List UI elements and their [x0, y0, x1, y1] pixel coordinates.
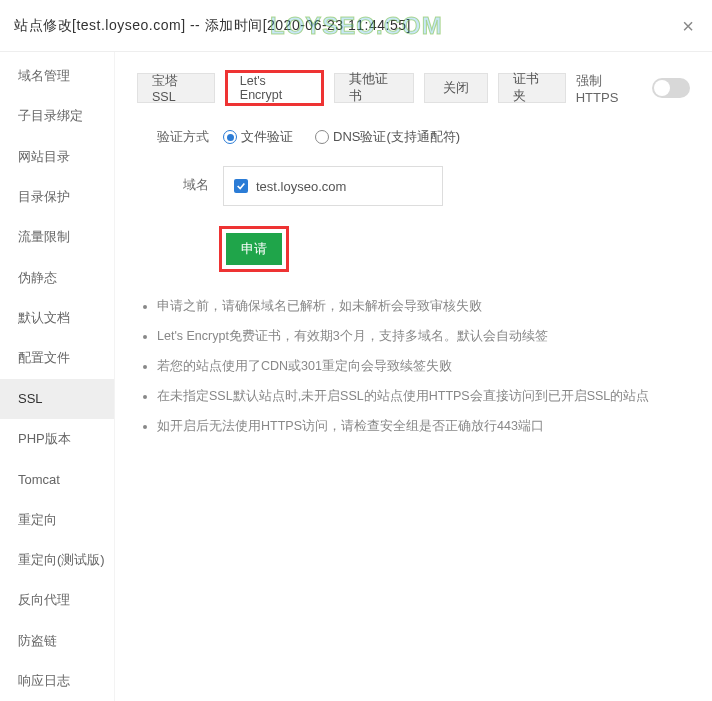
radio-label: DNS验证(支持通配符) [333, 128, 460, 146]
sidebar-item-config[interactable]: 配置文件 [0, 338, 114, 378]
sidebar-item-ssl[interactable]: SSL [0, 379, 114, 419]
ssl-panel: 宝塔SSL Let's Encrypt 其他证书 关闭 证书夹 强制HTTPS … [115, 52, 712, 701]
force-https-row: 强制HTTPS [576, 72, 690, 105]
modal-header: 站点修改[test.loyseo.com] -- 添加时间[2020-06-23… [0, 0, 712, 52]
sidebar-item-proxy[interactable]: 反向代理 [0, 580, 114, 620]
sidebar-item-default-doc[interactable]: 默认文档 [0, 298, 114, 338]
sidebar-item-dirprotect[interactable]: 目录保护 [0, 177, 114, 217]
radio-label: 文件验证 [241, 128, 293, 146]
verify-row: 验证方式 文件验证 DNS验证(支持通配符) [137, 128, 690, 146]
apply-highlight: 申请 [219, 226, 289, 272]
checkbox-icon[interactable] [234, 179, 248, 193]
tab-bt-ssl[interactable]: 宝塔SSL [137, 73, 215, 103]
note-item: 如开启后无法使用HTTPS访问，请检查安全组是否正确放行443端口 [157, 416, 690, 436]
apply-button[interactable]: 申请 [226, 233, 282, 265]
site-settings-modal: 站点修改[test.loyseo.com] -- 添加时间[2020-06-23… [0, 0, 712, 701]
sidebar-item-sitedir[interactable]: 网站目录 [0, 137, 114, 177]
domain-list[interactable]: test.loyseo.com [223, 166, 443, 206]
note-item: 若您的站点使用了CDN或301重定向会导致续签失败 [157, 356, 690, 376]
verify-label: 验证方式 [137, 128, 223, 146]
info-notes: 申请之前，请确保域名已解析，如未解析会导致审核失败 Let's Encrypt免… [137, 296, 690, 436]
domain-value: test.loyseo.com [256, 179, 346, 194]
tab-other-cert[interactable]: 其他证书 [334, 73, 414, 103]
radio-file-verify[interactable]: 文件验证 [223, 128, 293, 146]
sidebar-item-tomcat[interactable]: Tomcat [0, 459, 114, 499]
tab-close[interactable]: 关闭 [424, 73, 488, 103]
sidebar-item-redirect-beta[interactable]: 重定向(测试版) [0, 540, 114, 580]
sidebar-item-domain[interactable]: 域名管理 [0, 56, 114, 96]
close-icon[interactable]: × [682, 16, 694, 36]
sidebar-item-subdir[interactable]: 子目录绑定 [0, 96, 114, 136]
domain-row: 域名 test.loyseo.com [137, 166, 690, 206]
radio-icon [223, 130, 237, 144]
modal-body: 域名管理 子目录绑定 网站目录 目录保护 流量限制 伪静态 默认文档 配置文件 … [0, 52, 712, 701]
sidebar-item-php[interactable]: PHP版本 [0, 419, 114, 459]
force-https-toggle[interactable] [652, 78, 690, 98]
sidebar-item-redirect[interactable]: 重定向 [0, 499, 114, 539]
sidebar-item-traffic[interactable]: 流量限制 [0, 217, 114, 257]
radio-icon [315, 130, 329, 144]
verify-radio-group: 文件验证 DNS验证(支持通配符) [223, 128, 460, 146]
force-https-label: 强制HTTPS [576, 72, 642, 105]
note-item: 在未指定SSL默认站点时,未开启SSL的站点使用HTTPS会直接访问到已开启SS… [157, 386, 690, 406]
modal-title: 站点修改[test.loyseo.com] -- 添加时间[2020-06-23… [14, 17, 411, 35]
sidebar-item-rewrite[interactable]: 伪静态 [0, 258, 114, 298]
radio-dns-verify[interactable]: DNS验证(支持通配符) [315, 128, 460, 146]
note-item: 申请之前，请确保域名已解析，如未解析会导致审核失败 [157, 296, 690, 316]
sidebar: 域名管理 子目录绑定 网站目录 目录保护 流量限制 伪静态 默认文档 配置文件 … [0, 52, 115, 701]
ssl-tabs: 宝塔SSL Let's Encrypt 其他证书 关闭 证书夹 强制HTTPS [137, 70, 690, 106]
tab-cert-folder[interactable]: 证书夹 [498, 73, 566, 103]
tab-lets-encrypt[interactable]: Let's Encrypt [225, 70, 324, 106]
domain-label: 域名 [137, 166, 223, 194]
sidebar-item-hotlink[interactable]: 防盗链 [0, 620, 114, 660]
sidebar-item-log[interactable]: 响应日志 [0, 661, 114, 701]
note-item: Let's Encrypt免费证书，有效期3个月，支持多域名。默认会自动续签 [157, 326, 690, 346]
